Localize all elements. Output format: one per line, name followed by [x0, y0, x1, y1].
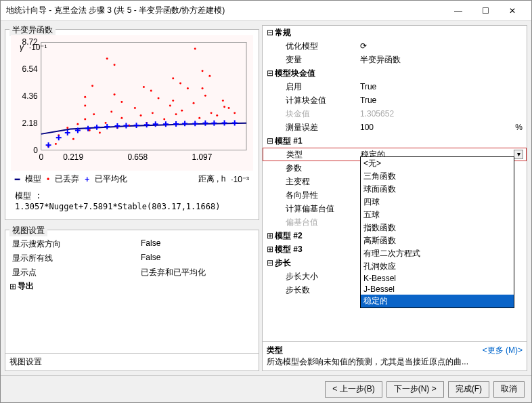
more-link[interactable]: <更多 (M)> — [483, 345, 523, 356]
minimize-button[interactable]: — — [445, 1, 472, 20]
svg-text:6.54: 6.54 — [22, 64, 39, 74]
svg-point-31 — [158, 97, 160, 99]
vs-search-dir-v[interactable]: False — [141, 238, 252, 250]
svg-point-38 — [198, 117, 200, 119]
svg-text:4.36: 4.36 — [22, 91, 39, 101]
svg-point-18 — [84, 119, 86, 121]
dropdown-option[interactable]: 稳定的 — [361, 295, 514, 307]
dropdown-option[interactable]: 孔洞效应 — [361, 260, 514, 273]
section-step: 步长 — [275, 257, 360, 269]
enabled-v[interactable]: True — [360, 82, 524, 91]
dropdown-option[interactable]: 指数函数 — [361, 221, 514, 234]
svg-point-54 — [106, 58, 108, 60]
nugget-k: 块金值 — [275, 108, 360, 120]
svg-point-27 — [134, 107, 136, 109]
properties-panel: ⊟常规 优化模型⟳ 变量半变异函数 ⊟模型块金值 启用True 计算块金值Tru… — [262, 25, 527, 371]
svg-rect-0 — [41, 43, 246, 150]
svg-point-45 — [84, 104, 86, 106]
svg-point-35 — [181, 110, 183, 112]
dropdown-option[interactable]: <无> — [361, 157, 514, 170]
svg-point-28 — [140, 114, 142, 116]
svg-point-39 — [204, 95, 206, 97]
expand-general-icon[interactable]: ⊟ — [265, 28, 275, 37]
svg-point-30 — [152, 112, 154, 114]
dropdown-option[interactable]: J-Bessel — [361, 284, 514, 295]
dropdown-option[interactable]: K-Bessel — [361, 273, 514, 284]
section-model3: 模型 #3 — [275, 244, 360, 255]
svg-point-41 — [216, 114, 218, 116]
svg-point-33 — [169, 104, 171, 106]
expand-model2-icon[interactable]: ⊞ — [265, 231, 275, 240]
finish-button[interactable]: 完成(F) — [448, 381, 489, 398]
help-title: 类型 — [267, 345, 283, 355]
wizard-footer: < 上一步(B) 下一步(N) > 完成(F) 取消 — [1, 375, 531, 402]
next-button[interactable]: 下一步(N) > — [386, 381, 444, 398]
calc-nugget-v[interactable]: True — [360, 96, 524, 105]
dropdown-option[interactable]: 五球 — [361, 209, 514, 221]
x-axis-label: 距离 , h — [198, 173, 226, 185]
semivariogram-group: 半变异函数 02.184.366.548.7200.2190.6581.097γ… — [5, 29, 259, 220]
svg-point-21 — [99, 132, 101, 134]
svg-point-53 — [208, 75, 210, 77]
svg-point-20 — [93, 113, 95, 115]
svg-text:1.097: 1.097 — [192, 152, 212, 162]
expand-export-icon[interactable]: ⊞ — [8, 282, 18, 291]
legend-model-swatch: ━ — [15, 175, 20, 184]
svg-point-56 — [194, 47, 196, 49]
expand-step-icon[interactable]: ⊟ — [265, 258, 275, 268]
semivariogram-chart: 02.184.366.548.7200.2190.6581.097γ·10⁻¹ — [11, 35, 253, 171]
svg-point-58 — [84, 96, 86, 98]
section-nugget: 模型块金值 — [275, 68, 360, 79]
svg-text:γ: γ — [20, 43, 24, 52]
svg-point-52 — [179, 83, 181, 85]
view-settings-footer: 视图设置 — [5, 353, 259, 370]
svg-point-15 — [66, 127, 68, 129]
type-dropdown-list[interactable]: <无>三角函数球面函数四球五球指数函数高斯函数有理二次方程式孔洞效应K-Bess… — [360, 156, 514, 308]
svg-point-36 — [187, 87, 189, 89]
svg-point-13 — [55, 143, 57, 145]
dropdown-option[interactable]: 球面函数 — [361, 183, 514, 196]
svg-point-48 — [172, 77, 174, 79]
dropdown-option[interactable]: 有理二次方程式 — [361, 247, 514, 260]
meas-err-unit: % — [515, 123, 523, 132]
step-count-k: 步长数 — [275, 284, 360, 296]
meas-err-v[interactable]: 100 — [360, 123, 524, 132]
svg-point-16 — [72, 138, 74, 140]
svg-point-42 — [222, 100, 224, 102]
view-settings-title: 视图设置 — [9, 225, 47, 236]
variable-k: 变量 — [275, 54, 360, 66]
range-k: 主变程 — [275, 176, 360, 188]
vs-search-dir-k: 显示搜索方向 — [12, 238, 141, 250]
back-button[interactable]: < 上一步(B) — [325, 381, 382, 398]
svg-point-51 — [150, 90, 152, 92]
svg-point-17 — [76, 123, 79, 125]
sill-k: 偏基台值 — [275, 217, 360, 228]
calc-sill-k: 计算偏基台值 — [275, 203, 360, 215]
cancel-button[interactable]: 取消 — [493, 381, 525, 398]
legend-discarded-swatch: • — [47, 175, 49, 184]
vs-points-k: 显示点 — [12, 267, 141, 278]
maximize-button[interactable]: ☐ — [472, 1, 499, 20]
svg-text:·10⁻¹: ·10⁻¹ — [29, 43, 47, 52]
section-model2: 模型 #2 — [275, 230, 360, 242]
dropdown-option[interactable]: 四球 — [361, 196, 514, 209]
svg-point-46 — [114, 93, 116, 96]
type-dropdown-button[interactable]: ▾ — [514, 150, 523, 159]
vs-all-lines-v[interactable]: False — [141, 253, 252, 264]
opt-model-k: 优化模型 — [275, 41, 360, 52]
svg-point-25 — [120, 117, 123, 119]
svg-text:0.658: 0.658 — [127, 152, 148, 162]
expand-nugget-icon[interactable]: ⊟ — [265, 68, 275, 78]
close-button[interactable]: ✕ — [499, 1, 526, 20]
export-section[interactable]: 导出 — [18, 280, 34, 292]
expand-model3-icon[interactable]: ⊞ — [265, 245, 275, 254]
expand-model1-icon[interactable]: ⊟ — [265, 136, 275, 146]
dropdown-option[interactable]: 高斯函数 — [361, 234, 514, 247]
legend-averaged: 已平均化 — [95, 173, 127, 185]
opt-model-button[interactable]: ⟳ — [360, 41, 524, 51]
dropdown-option[interactable]: 三角函数 — [361, 170, 514, 183]
svg-point-61 — [202, 87, 204, 89]
group-title: 半变异函数 — [9, 24, 56, 36]
vs-points-v[interactable]: 已丢弃和已平均化 — [141, 267, 252, 278]
variable-v[interactable]: 半变异函数 — [360, 54, 524, 66]
